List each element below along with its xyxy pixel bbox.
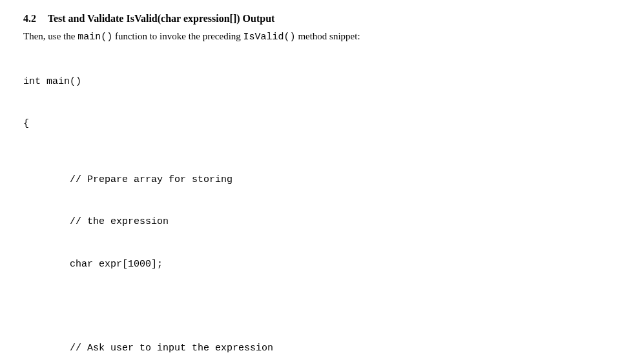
code-line: char expr[1000]; <box>70 258 597 272</box>
intro-func-isvalid: IsValid() <box>243 32 296 43</box>
intro-func-main: main() <box>78 32 112 43</box>
code-line <box>70 299 597 314</box>
section-number: 4.2 <box>23 13 36 24</box>
intro-line: Then, use the main() function to invoke … <box>23 30 597 44</box>
section-title: Test and Validate IsValid(char expressio… <box>48 13 275 24</box>
code-signature: int main() { <box>23 46 597 145</box>
code-line: { <box>23 117 597 131</box>
code-line: // Prepare array for storing <box>70 173 597 187</box>
code-line: // Ask user to input the expression <box>70 341 597 356</box>
code-line: int main() <box>23 75 597 89</box>
intro-before: Then, use the <box>23 31 78 41</box>
section-heading: 4.2 Test and Validate IsValid(char expre… <box>23 12 597 26</box>
code-body: // Prepare array for storing // the expr… <box>23 145 597 364</box>
intro-after: method snippet: <box>296 31 360 41</box>
intro-mid: function to invoke the preceding <box>112 31 243 41</box>
code-line: // the expression <box>70 215 597 229</box>
